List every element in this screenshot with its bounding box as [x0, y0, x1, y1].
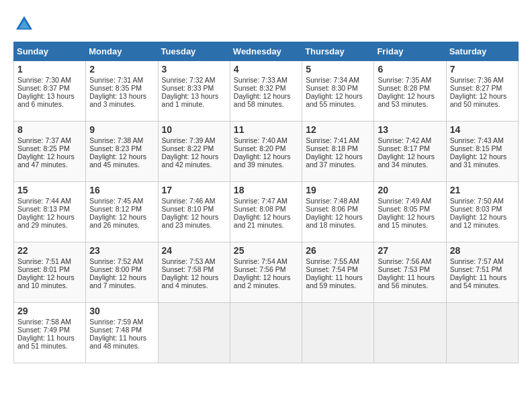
day-cell-6: 6Sunrise: 7:35 AMSunset: 8:28 PMDaylight… [374, 61, 446, 122]
day-number: 22 [17, 245, 82, 256]
col-header-monday: Monday [86, 42, 158, 61]
day-number: 21 [450, 185, 515, 195]
day-number: 16 [89, 185, 154, 195]
day-number: 19 [306, 185, 370, 195]
day-cell-27: 27Sunrise: 7:56 AMSunset: 7:53 PMDayligh… [374, 242, 446, 303]
day-number: 28 [450, 245, 515, 256]
day-cell-4: 4Sunrise: 7:33 AMSunset: 8:32 PMDaylight… [230, 61, 302, 122]
day-cell-30: 30Sunrise: 7:59 AMSunset: 7:48 PMDayligh… [86, 303, 158, 363]
day-number: 8 [17, 124, 82, 135]
day-number: 18 [234, 185, 298, 195]
day-number: 27 [378, 245, 442, 256]
day-number: 5 [306, 64, 370, 75]
empty-cell [446, 303, 518, 363]
day-cell-5: 5Sunrise: 7:34 AMSunset: 8:30 PMDaylight… [302, 61, 374, 122]
day-number: 9 [89, 124, 154, 135]
logo-icon [13, 13, 35, 35]
col-header-thursday: Thursday [302, 42, 374, 61]
day-number: 11 [234, 124, 298, 135]
col-header-wednesday: Wednesday [230, 42, 302, 61]
day-cell-26: 26Sunrise: 7:55 AMSunset: 7:54 PMDayligh… [302, 242, 374, 303]
day-cell-2: 2Sunrise: 7:31 AMSunset: 8:35 PMDaylight… [86, 61, 158, 122]
day-cell-24: 24Sunrise: 7:53 AMSunset: 7:58 PMDayligh… [158, 242, 230, 303]
day-cell-16: 16Sunrise: 7:45 AMSunset: 8:12 PMDayligh… [86, 182, 158, 242]
day-cell-18: 18Sunrise: 7:47 AMSunset: 8:08 PMDayligh… [230, 182, 302, 242]
day-cell-15: 15Sunrise: 7:44 AMSunset: 8:13 PMDayligh… [14, 182, 86, 242]
day-number: 7 [450, 64, 515, 75]
day-cell-23: 23Sunrise: 7:52 AMSunset: 8:00 PMDayligh… [86, 242, 158, 303]
day-cell-28: 28Sunrise: 7:57 AMSunset: 7:51 PMDayligh… [446, 242, 518, 303]
empty-cell [230, 303, 302, 363]
day-number: 1 [17, 64, 82, 75]
day-cell-11: 11Sunrise: 7:40 AMSunset: 8:20 PMDayligh… [230, 122, 302, 182]
day-number: 23 [89, 245, 154, 256]
day-number: 24 [162, 245, 226, 256]
day-cell-10: 10Sunrise: 7:39 AMSunset: 8:22 PMDayligh… [158, 122, 230, 182]
day-cell-19: 19Sunrise: 7:48 AMSunset: 8:06 PMDayligh… [302, 182, 374, 242]
day-cell-7: 7Sunrise: 7:36 AMSunset: 8:27 PMDaylight… [446, 61, 518, 122]
empty-cell [302, 303, 374, 363]
day-cell-20: 20Sunrise: 7:49 AMSunset: 8:05 PMDayligh… [374, 182, 446, 242]
page-header [13, 13, 519, 35]
day-number: 13 [378, 124, 442, 135]
col-header-friday: Friday [374, 42, 446, 61]
col-header-sunday: Sunday [14, 42, 86, 61]
day-number: 2 [89, 64, 154, 75]
day-cell-12: 12Sunrise: 7:41 AMSunset: 8:18 PMDayligh… [302, 122, 374, 182]
day-number: 4 [234, 64, 298, 75]
day-number: 20 [378, 185, 442, 195]
col-header-saturday: Saturday [446, 42, 518, 61]
day-cell-21: 21Sunrise: 7:50 AMSunset: 8:03 PMDayligh… [446, 182, 518, 242]
day-cell-14: 14Sunrise: 7:43 AMSunset: 8:15 PMDayligh… [446, 122, 518, 182]
day-cell-29: 29Sunrise: 7:58 AMSunset: 7:49 PMDayligh… [14, 303, 86, 363]
day-cell-13: 13Sunrise: 7:42 AMSunset: 8:17 PMDayligh… [374, 122, 446, 182]
day-number: 3 [162, 64, 226, 75]
day-number: 25 [234, 245, 298, 256]
logo [13, 13, 38, 35]
day-cell-1: 1Sunrise: 7:30 AMSunset: 8:37 PMDaylight… [14, 61, 86, 122]
day-number: 12 [306, 124, 370, 135]
empty-cell [158, 303, 230, 363]
day-cell-25: 25Sunrise: 7:54 AMSunset: 7:56 PMDayligh… [230, 242, 302, 303]
day-number: 30 [89, 306, 154, 316]
day-number: 15 [17, 185, 82, 195]
day-number: 10 [162, 124, 226, 135]
day-cell-9: 9Sunrise: 7:38 AMSunset: 8:23 PMDaylight… [86, 122, 158, 182]
day-cell-3: 3Sunrise: 7:32 AMSunset: 8:33 PMDaylight… [158, 61, 230, 122]
col-header-tuesday: Tuesday [158, 42, 230, 61]
day-cell-17: 17Sunrise: 7:46 AMSunset: 8:10 PMDayligh… [158, 182, 230, 242]
day-number: 29 [17, 306, 82, 316]
day-cell-8: 8Sunrise: 7:37 AMSunset: 8:25 PMDaylight… [14, 122, 86, 182]
day-number: 14 [450, 124, 515, 135]
day-cell-22: 22Sunrise: 7:51 AMSunset: 8:01 PMDayligh… [14, 242, 86, 303]
calendar-table: SundayMondayTuesdayWednesdayThursdayFrid… [13, 42, 519, 363]
day-number: 17 [162, 185, 226, 195]
empty-cell [374, 303, 446, 363]
day-number: 26 [306, 245, 370, 256]
day-number: 6 [378, 64, 442, 75]
